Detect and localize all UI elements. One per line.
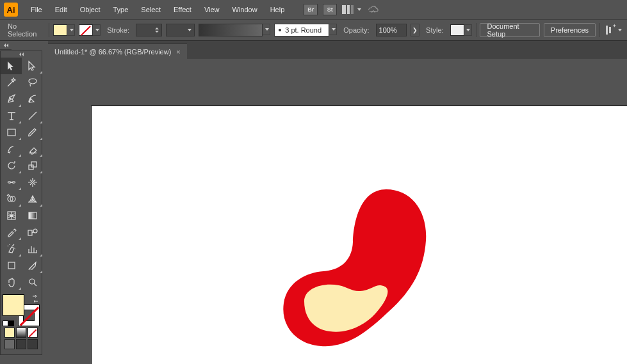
stroke-weight-input[interactable]: [136, 24, 162, 36]
default-fill-stroke-icon[interactable]: [3, 320, 14, 326]
fill-proxy[interactable]: [3, 294, 24, 316]
column-graph-tool[interactable]: [22, 241, 43, 257]
mesh-tool[interactable]: [1, 207, 22, 224]
menu-effect[interactable]: Effect: [167, 3, 198, 16]
svg-rect-2: [31, 162, 37, 167]
rectangle-tool[interactable]: [1, 124, 22, 141]
shape-builder-tool[interactable]: [1, 191, 22, 207]
opacity-input[interactable]: 100%: [376, 24, 407, 36]
workspace-layout-switcher[interactable]: [342, 4, 361, 15]
opacity-label: Opacity:: [341, 26, 371, 34]
document-tab[interactable]: Untitled-1* @ 66.67% (RGB/Preview) ×: [48, 44, 187, 59]
magic-wand-tool[interactable]: [1, 74, 22, 91]
eyedropper-tool[interactable]: [1, 224, 22, 241]
chevron-down-icon: [70, 29, 74, 31]
chevron-down-icon: [332, 28, 336, 31]
normal-screen-button[interactable]: [4, 339, 15, 349]
layout-icon: [342, 4, 356, 15]
type-tool[interactable]: [1, 107, 22, 124]
stock-button[interactable]: St: [323, 4, 337, 15]
svg-rect-0: [8, 129, 15, 136]
color-mode-button[interactable]: [4, 328, 15, 338]
fill-swatch-icon: [53, 24, 67, 36]
selection-status: No Selection: [5, 22, 45, 38]
graphic-style-dropdown[interactable]: [450, 24, 472, 36]
zoom-tool[interactable]: [22, 274, 43, 290]
pen-tool[interactable]: [1, 91, 22, 107]
width-tool[interactable]: [1, 174, 22, 191]
canvas-area[interactable]: [48, 59, 627, 364]
perspective-grid-tool[interactable]: [22, 191, 43, 207]
chevron-down-icon: [466, 29, 470, 31]
chevron-down-icon: [265, 28, 269, 31]
opacity-value: 100%: [379, 26, 397, 34]
panel-collapse-grip[interactable]: [0, 41, 12, 50]
menu-help[interactable]: Help: [264, 3, 291, 16]
tools-panel: [0, 51, 42, 355]
control-bar: No Selection Stroke: 3 pt. Round Opacity…: [0, 19, 627, 41]
fill-color-picker[interactable]: [53, 24, 75, 36]
shaper-tool[interactable]: [1, 141, 22, 157]
free-transform-tool[interactable]: [22, 174, 43, 191]
panel-grip[interactable]: [1, 51, 42, 58]
swap-fill-stroke-icon[interactable]: [31, 294, 40, 305]
menu-select[interactable]: Select: [134, 3, 167, 16]
preferences-button[interactable]: Preferences: [544, 23, 596, 37]
line-tool[interactable]: [22, 107, 43, 124]
close-icon[interactable]: ×: [176, 48, 180, 56]
none-mode-button[interactable]: [28, 328, 38, 338]
artboard-tool[interactable]: [1, 257, 22, 274]
selection-tool[interactable]: [1, 58, 22, 74]
color-mode-row: [1, 328, 42, 338]
curvature-tool[interactable]: [22, 91, 43, 107]
gradient-preview-icon: [199, 24, 263, 36]
brush-definition-dropdown[interactable]: 3 pt. Round: [274, 24, 337, 36]
opacity-dropdown[interactable]: ❯: [411, 24, 419, 36]
full-screen-menu-button[interactable]: [16, 339, 26, 349]
gradient-mode-button[interactable]: [16, 328, 26, 338]
direct-selection-tool[interactable]: [22, 58, 43, 74]
fill-stroke-proxy[interactable]: [3, 294, 40, 326]
chevron-down-icon: [95, 29, 99, 31]
full-screen-button[interactable]: [28, 339, 38, 349]
menu-object[interactable]: Object: [74, 3, 107, 16]
artwork-shape[interactable]: [277, 183, 437, 362]
menu-view[interactable]: View: [198, 3, 226, 16]
paintbrush-tool[interactable]: [22, 124, 43, 141]
gradient-tool[interactable]: [22, 207, 43, 224]
screen-mode-row: [1, 339, 42, 349]
menu-window[interactable]: Window: [226, 3, 264, 16]
scale-tool[interactable]: [22, 157, 43, 174]
bridge-button[interactable]: Br: [304, 4, 318, 15]
stroke-label: Stroke:: [104, 26, 132, 34]
document-tab-title: Untitled-1* @ 66.67% (RGB/Preview): [54, 48, 171, 56]
chevron-down-icon: [357, 8, 361, 11]
stroke-swatch-icon: [79, 24, 93, 36]
align-to-dropdown[interactable]: ✦: [604, 24, 622, 36]
chevron-down-icon: [188, 29, 191, 31]
hand-tool[interactable]: [1, 274, 22, 290]
menu-edit[interactable]: Edit: [49, 3, 74, 16]
stroke-color-picker[interactable]: [79, 24, 101, 36]
svg-point-11: [29, 279, 35, 284]
svg-rect-10: [8, 262, 15, 269]
rotate-tool[interactable]: [1, 157, 22, 174]
blend-tool[interactable]: [22, 224, 43, 241]
eraser-tool[interactable]: [22, 141, 43, 157]
svg-point-9: [33, 229, 37, 233]
svg-rect-8: [28, 230, 32, 235]
chevron-down-icon: [618, 29, 622, 31]
svg-rect-7: [29, 212, 37, 219]
sync-icon[interactable]: [366, 4, 380, 15]
menu-file[interactable]: File: [24, 3, 49, 16]
varwidth-profile-dropdown[interactable]: [166, 24, 195, 36]
brush-field: 3 pt. Round: [274, 24, 329, 36]
style-label: Style:: [423, 26, 446, 34]
brush-gradient-dropdown[interactable]: [199, 24, 270, 36]
document-setup-button[interactable]: Document Setup: [480, 23, 539, 37]
symbol-sprayer-tool[interactable]: [1, 241, 22, 257]
lasso-tool[interactable]: [22, 74, 43, 91]
slice-tool[interactable]: [22, 257, 43, 274]
align-icon: ✦: [604, 24, 615, 36]
menu-type[interactable]: Type: [107, 3, 135, 16]
